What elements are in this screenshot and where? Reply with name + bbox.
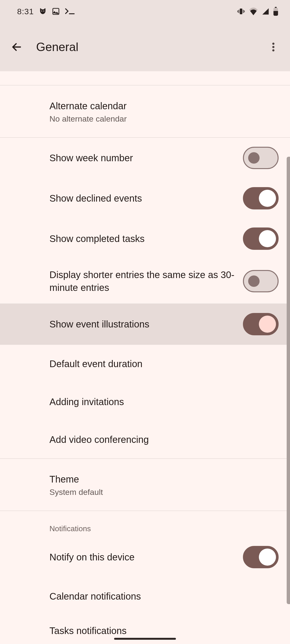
page-title: General	[36, 40, 254, 54]
svg-rect-6	[237, 10, 238, 12]
svg-point-1	[43, 11, 44, 12]
battery-icon	[273, 7, 278, 16]
row-title: Show completed tasks	[50, 232, 237, 245]
arrow-left-icon	[11, 41, 22, 53]
switch-show-event-illustrations[interactable]	[243, 313, 278, 335]
svg-point-0	[41, 11, 42, 12]
row-display-shorter-entries[interactable]: Display shorter entries the same size as…	[0, 259, 290, 304]
row-alternate-calendar[interactable]: Alternate calendar No alternate calendar	[0, 86, 290, 138]
switch-show-week-number[interactable]	[243, 147, 278, 169]
row-default-event-duration[interactable]: Default event duration	[0, 345, 290, 383]
switch-show-declined-events[interactable]	[243, 187, 278, 210]
row-title: Calendar notifications	[50, 590, 273, 603]
row-title: Show week number	[50, 152, 237, 164]
row-title: Alternate calendar	[50, 100, 273, 112]
switch-notify-on-this-device[interactable]	[243, 546, 278, 568]
overflow-menu-button[interactable]	[263, 37, 283, 57]
row-title: Show event illustrations	[50, 318, 237, 330]
svg-rect-4	[238, 10, 239, 13]
row-add-video-conferencing[interactable]: Add video conferencing	[0, 421, 290, 459]
row-adding-invitations[interactable]: Adding invitations	[0, 383, 290, 421]
row-title: Theme	[50, 473, 273, 486]
row-calendar-notifications[interactable]: Calendar notifications	[0, 577, 290, 615]
svg-rect-11	[273, 11, 278, 12]
section-header-notifications: Notifications	[0, 511, 290, 537]
row-subtitle: No alternate calendar	[50, 114, 273, 124]
wifi-icon	[249, 8, 258, 15]
row-show-declined-events[interactable]: Show declined events	[0, 178, 290, 218]
status-time: 8:31	[17, 7, 34, 16]
cat-notification-icon	[39, 7, 47, 16]
navigation-handle[interactable]	[114, 638, 176, 640]
row-title: Notify on this device	[50, 551, 237, 564]
cellular-signal-icon	[261, 8, 269, 15]
switch-display-shorter-entries[interactable]	[243, 270, 278, 292]
row-title: Add video conferencing	[50, 433, 273, 446]
row-title: Show declined events	[50, 192, 237, 205]
row-title: Tasks notifications	[50, 624, 273, 637]
svg-rect-5	[243, 10, 244, 13]
row-notify-on-this-device[interactable]: Notify on this device	[0, 537, 290, 577]
row-title: Adding invitations	[50, 396, 273, 408]
svg-point-12	[272, 42, 274, 45]
svg-rect-7	[244, 10, 245, 12]
terminal-notification-icon	[65, 8, 75, 15]
row-tasks-notifications[interactable]: Tasks notifications	[0, 615, 290, 639]
svg-point-13	[272, 46, 274, 48]
status-bar: 8:31	[0, 0, 290, 23]
svg-point-14	[272, 49, 274, 51]
row-subtitle: System default	[50, 488, 273, 497]
row-theme[interactable]: Theme System default	[0, 459, 290, 511]
row-title: Default event duration	[50, 358, 273, 370]
settings-list: Alternate calendar No alternate calendar…	[0, 71, 290, 644]
image-notification-icon	[52, 7, 60, 16]
svg-rect-3	[240, 8, 242, 14]
svg-rect-8	[275, 7, 277, 8]
switch-show-completed-tasks[interactable]	[243, 228, 278, 250]
row-show-event-illustrations[interactable]: Show event illustrations	[0, 304, 290, 345]
vibrate-icon	[237, 8, 245, 15]
row-show-week-number[interactable]: Show week number	[0, 138, 290, 178]
more-vert-icon	[268, 41, 279, 53]
back-button[interactable]	[7, 37, 27, 57]
row-show-completed-tasks[interactable]: Show completed tasks	[0, 218, 290, 259]
row-title: Display shorter entries the same size as…	[50, 268, 237, 294]
content-top-spacer	[0, 71, 290, 86]
scroll-indicator	[287, 157, 290, 604]
app-bar: General	[0, 23, 290, 71]
